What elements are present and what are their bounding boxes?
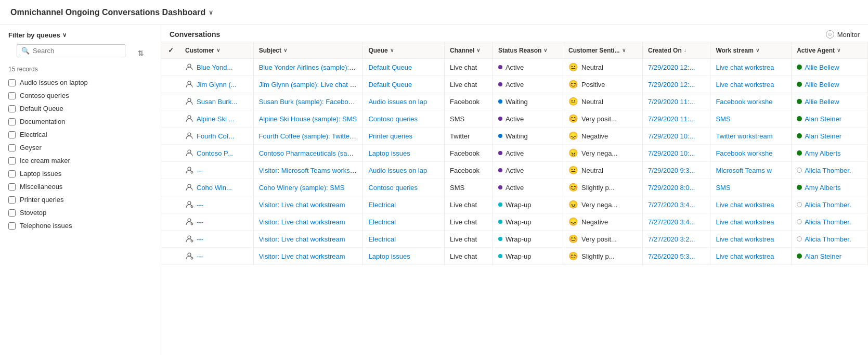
- created-text-3[interactable]: 7/29/2020 11:...: [648, 115, 695, 123]
- subject-text-2[interactable]: Susan Burk (sample): Facebook wor: [259, 98, 363, 106]
- queue-checkbox-contoso-queries[interactable]: [8, 92, 16, 99]
- table-row[interactable]: Blue Yond...Blue Yonder Airlines (sample…: [161, 59, 868, 76]
- queue-checkbox-miscellaneous[interactable]: [8, 183, 16, 191]
- customer-name-7[interactable]: Coho Win...: [197, 184, 232, 192]
- subject-text-5[interactable]: Contoso Pharmaceuticals (sample):: [259, 149, 363, 157]
- queue-cell-4[interactable]: Printer queries: [363, 128, 445, 145]
- created-text-11[interactable]: 7/26/2020 5:3...: [648, 252, 695, 260]
- table-row[interactable]: ?---Visitor: Microsoft Teams workstreaAu…: [161, 162, 868, 179]
- customer-cell-1[interactable]: Jim Glynn (...: [180, 76, 253, 93]
- subject-cell-8[interactable]: Visitor: Live chat workstream: [253, 196, 363, 213]
- subject-text-1[interactable]: Jim Glynn (sample): Live chat works: [259, 81, 363, 88]
- workstream-text-11[interactable]: Live chat workstrea: [716, 252, 774, 260]
- filter-header[interactable]: Filter by queues ∨: [0, 31, 161, 44]
- subject-cell-6[interactable]: Visitor: Microsoft Teams workstrea: [253, 162, 363, 179]
- queue-cell-10[interactable]: Electrical: [363, 231, 445, 248]
- queue-cell-9[interactable]: Electrical: [363, 213, 445, 231]
- col-header-queue[interactable]: Queue ∨: [363, 42, 445, 59]
- customer-name-1[interactable]: Jim Glynn (...: [197, 81, 237, 88]
- agent-name-3[interactable]: Alan Steiner: [805, 115, 841, 123]
- workstream-cell-1[interactable]: Live chat workstrea: [710, 76, 792, 93]
- queue-item-telephone-issues[interactable]: Telephone issues: [0, 219, 161, 232]
- col-header-customer[interactable]: Customer ∨: [180, 42, 253, 59]
- workstream-cell-4[interactable]: Twitter workstream: [710, 128, 792, 145]
- col-header-work_stream[interactable]: Work stream ∨: [710, 42, 792, 59]
- queue-text-2[interactable]: Audio issues on lap: [368, 98, 427, 106]
- created-cell-9[interactable]: 7/27/2020 3:4...: [643, 213, 710, 231]
- agent-name-2[interactable]: Allie Bellew: [805, 98, 839, 106]
- col-header-created_on[interactable]: Created On ↓: [643, 42, 710, 59]
- created-cell-10[interactable]: 7/27/2020 3:2...: [643, 231, 710, 248]
- workstream-cell-6[interactable]: Microsoft Teams w: [710, 162, 792, 179]
- workstream-text-4[interactable]: Twitter workstream: [716, 132, 772, 140]
- queue-text-9[interactable]: Electrical: [368, 218, 396, 226]
- workstream-cell-9[interactable]: Live chat workstrea: [710, 213, 792, 231]
- workstream-cell-3[interactable]: SMS: [710, 110, 792, 128]
- col-header-customer_sentiment[interactable]: Customer Senti... ∨: [563, 42, 643, 59]
- agent-cell-9[interactable]: Alicia Thomber.: [792, 213, 868, 231]
- created-text-4[interactable]: 7/29/2020 10:...: [648, 132, 695, 140]
- created-cell-4[interactable]: 7/29/2020 10:...: [643, 128, 710, 145]
- agent-name-0[interactable]: Allie Bellew: [805, 64, 839, 71]
- workstream-cell-5[interactable]: Facebook workshe: [710, 145, 792, 162]
- created-text-10[interactable]: 7/27/2020 3:2...: [648, 235, 695, 243]
- created-cell-5[interactable]: 7/29/2020 10:...: [643, 145, 710, 162]
- queue-text-0[interactable]: Default Queue: [368, 64, 412, 71]
- created-text-1[interactable]: 7/29/2020 12:...: [648, 81, 695, 88]
- created-text-0[interactable]: 7/29/2020 12:...: [648, 64, 695, 71]
- queue-text-4[interactable]: Printer queries: [368, 132, 412, 140]
- customer-cell-4[interactable]: Fourth Cof...: [180, 128, 253, 145]
- queue-cell-7[interactable]: Contoso queries: [363, 179, 445, 196]
- queue-text-8[interactable]: Electrical: [368, 201, 396, 209]
- workstream-text-7[interactable]: SMS: [716, 184, 730, 192]
- customer-cell-10[interactable]: ?---: [180, 231, 253, 248]
- workstream-text-0[interactable]: Live chat workstrea: [716, 64, 774, 71]
- queue-cell-11[interactable]: Laptop issues: [363, 248, 445, 265]
- agent-name-10[interactable]: Alicia Thomber.: [805, 235, 851, 243]
- subject-cell-1[interactable]: Jim Glynn (sample): Live chat works: [253, 76, 363, 93]
- table-row[interactable]: ?---Visitor: Live chat workstreamLaptop …: [161, 248, 868, 265]
- agent-name-8[interactable]: Alicia Thomber.: [805, 201, 851, 209]
- queue-item-documentation[interactable]: Documentation: [0, 115, 161, 128]
- agent-name-4[interactable]: Alan Steiner: [805, 132, 841, 140]
- search-input[interactable]: [33, 47, 121, 55]
- workstream-text-6[interactable]: Microsoft Teams w: [716, 167, 771, 174]
- queue-item-laptop-issues[interactable]: Laptop issues: [0, 167, 161, 180]
- subject-text-4[interactable]: Fourth Coffee (sample): Twitter wor: [259, 132, 363, 140]
- customer-name-10[interactable]: ---: [197, 235, 203, 243]
- col-header-active_agent[interactable]: Active Agent ∨: [792, 42, 868, 59]
- queue-item-stovetop[interactable]: Stovetop: [0, 206, 161, 219]
- table-row[interactable]: ?---Visitor: Live chat workstreamElectri…: [161, 213, 868, 231]
- customer-name-5[interactable]: Contoso P...: [197, 149, 233, 157]
- agent-cell-3[interactable]: Alan Steiner: [792, 110, 868, 128]
- queue-text-5[interactable]: Laptop issues: [368, 149, 410, 157]
- customer-cell-8[interactable]: ?---: [180, 196, 253, 213]
- workstream-cell-7[interactable]: SMS: [710, 179, 792, 196]
- created-cell-6[interactable]: 7/29/2020 9:3...: [643, 162, 710, 179]
- customer-cell-5[interactable]: Contoso P...: [180, 145, 253, 162]
- agent-cell-5[interactable]: Amy Alberts: [792, 145, 868, 162]
- queue-cell-3[interactable]: Contoso queries: [363, 110, 445, 128]
- queue-checkbox-printer-queries[interactable]: [8, 196, 16, 204]
- queue-item-contoso-queries[interactable]: Contoso queries: [0, 89, 161, 102]
- queue-checkbox-electrical[interactable]: [8, 131, 16, 138]
- agent-cell-2[interactable]: Allie Bellew: [792, 93, 868, 110]
- agent-cell-4[interactable]: Alan Steiner: [792, 128, 868, 145]
- customer-cell-7[interactable]: Coho Win...: [180, 179, 253, 196]
- queue-cell-5[interactable]: Laptop issues: [363, 145, 445, 162]
- created-cell-3[interactable]: 7/29/2020 11:...: [643, 110, 710, 128]
- customer-cell-0[interactable]: Blue Yond...: [180, 59, 253, 76]
- customer-name-11[interactable]: ---: [197, 252, 203, 260]
- workstream-text-3[interactable]: SMS: [716, 115, 730, 123]
- check-all-icon[interactable]: ✓: [168, 46, 174, 54]
- created-text-5[interactable]: 7/29/2020 10:...: [648, 149, 695, 157]
- table-row[interactable]: ?---Visitor: Live chat workstreamElectri…: [161, 231, 868, 248]
- customer-cell-3[interactable]: Alpine Ski ...: [180, 110, 253, 128]
- created-text-2[interactable]: 7/29/2020 11:...: [648, 98, 695, 106]
- table-row[interactable]: Coho Win...Coho Winery (sample): SMSCont…: [161, 179, 868, 196]
- workstream-cell-11[interactable]: Live chat workstrea: [710, 248, 792, 265]
- subject-cell-3[interactable]: Alpine Ski House (sample): SMS: [253, 110, 363, 128]
- app-title[interactable]: Omnichannel Ongoing Conversations Dashbo…: [10, 8, 213, 17]
- subject-cell-2[interactable]: Susan Burk (sample): Facebook wor: [253, 93, 363, 110]
- queue-cell-1[interactable]: Default Queue: [363, 76, 445, 93]
